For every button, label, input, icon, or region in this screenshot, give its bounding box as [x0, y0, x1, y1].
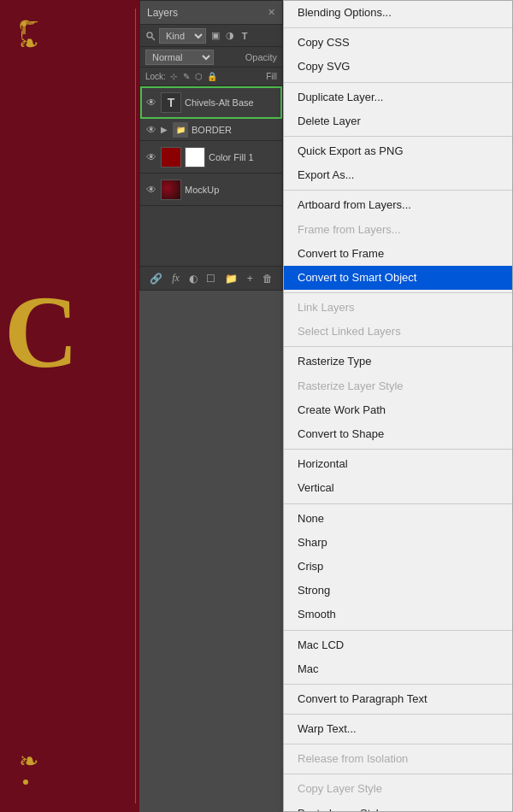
mask-icon[interactable]: ☐ [206, 273, 215, 285]
layer-visibility-colorfill[interactable]: 👁 [145, 151, 157, 163]
type-filter-icon[interactable]: T [239, 30, 251, 42]
fill-label: Fill [266, 72, 277, 81]
adjustment-filter-icon[interactable]: ◑ [224, 30, 236, 42]
layer-visibility-mockup[interactable]: 👁 [145, 184, 157, 196]
svg-text:❧: ❧ [19, 748, 38, 774]
gold-border-right-thin [135, 9, 136, 803]
menu-separator-15 [284, 292, 512, 293]
layers-panel: Layers ✕ Kind ▣ ◑ T Normal Opacity Lock:… [139, 0, 283, 291]
menu-item-artboard-from-layers---[interactable]: Artboard from Layers... [284, 193, 512, 217]
menu-item-release-from-isolation: Release from Isolation [284, 747, 512, 771]
svg-point-4 [147, 32, 152, 38]
lock-all-icon[interactable]: 🔒 [207, 72, 217, 82]
menu-separator-41 [284, 774, 512, 774]
menu-item-smooth[interactable]: Smooth [284, 603, 512, 627]
menu-item-copy-layer-style: Copy Layer Style [284, 777, 512, 801]
gold-ornament-top-left: ❧ [17, 17, 68, 68]
menu-item-none[interactable]: None [284, 507, 512, 531]
search-icon [145, 31, 156, 41]
menu-separator-37 [284, 714, 512, 715]
menu-item-create-work-path[interactable]: Create Work Path [284, 398, 512, 422]
menu-separator-39 [284, 744, 512, 744]
fx-icon[interactable]: fx [172, 272, 180, 285]
layer-thumb-mockup [161, 179, 181, 200]
layer-name-chivels: Chivels-Alt Base [185, 97, 277, 108]
layer-filter-icons: ▣ ◑ T [209, 30, 251, 42]
menu-item-crisp[interactable]: Crisp [284, 555, 512, 579]
menu-separator-35 [284, 684, 512, 685]
layer-thumb-colorfill-mask [185, 147, 205, 168]
canvas-background: ❧ C ❧ [0, 0, 139, 812]
adjustment-layer-icon[interactable]: ◐ [189, 273, 198, 285]
menu-separator-32 [284, 630, 512, 631]
menu-item-warp-text---[interactable]: Warp Text... [284, 717, 512, 741]
gold-letter-c: C [4, 274, 79, 391]
layer-visibility-border[interactable]: 👁 [145, 124, 157, 136]
menu-item-frame-from-layers---: Frame from Layers... [284, 218, 512, 242]
layers-search-bar: Kind ▣ ◑ T [140, 25, 282, 47]
menu-item-copy-svg[interactable]: Copy SVG [284, 55, 512, 79]
menu-item-copy-css[interactable]: Copy CSS [284, 31, 512, 55]
menu-item-delete-layer[interactable]: Delete Layer [284, 109, 512, 133]
menu-item-convert-to-shape[interactable]: Convert to Shape [284, 422, 512, 446]
menu-item-horizontal[interactable]: Horizontal [284, 452, 512, 476]
kind-select[interactable]: Kind [159, 28, 206, 44]
blend-mode-select[interactable]: Normal [145, 50, 214, 65]
menu-item-duplicate-layer---[interactable]: Duplicate Layer... [284, 85, 512, 109]
folder-arrow-border[interactable]: ▶ [161, 125, 168, 134]
menu-separator-26 [284, 503, 512, 504]
menu-separator-4 [284, 82, 512, 83]
lock-pixel-icon[interactable]: ✎ [181, 72, 192, 82]
menu-item-rasterize-layer-style: Rasterize Layer Style [284, 374, 512, 398]
new-layer-icon[interactable]: + [247, 273, 253, 285]
layer-name-mockup: MockUp [185, 185, 277, 195]
layers-panel-bottom: 🔗 fx ◐ ☐ 📁 + 🗑 [140, 266, 282, 290]
layer-thumb-colorfill [161, 147, 181, 168]
menu-item-vertical[interactable]: Vertical [284, 476, 512, 500]
layers-lock-row: Lock: ⊹ ✎ ⬡ 🔒 Fill [140, 68, 282, 86]
svg-line-5 [152, 37, 156, 40]
opacity-label: Opacity [245, 52, 277, 62]
layer-name-border: BORDER [192, 125, 277, 135]
lock-label: Lock: [145, 72, 166, 81]
menu-item-convert-to-frame[interactable]: Convert to Frame [284, 242, 512, 266]
menu-separator-7 [284, 136, 512, 137]
menu-item-strong[interactable]: Strong [284, 579, 512, 603]
menu-item-export-as---[interactable]: Export As... [284, 163, 512, 187]
lock-position-icon[interactable]: ⊹ [168, 72, 179, 82]
menu-item-mac-lcd[interactable]: Mac LCD [284, 633, 512, 657]
layer-item-mockup[interactable]: 👁 MockUp [140, 174, 282, 206]
delete-layer-icon[interactable]: 🗑 [262, 273, 273, 285]
menu-item-mac[interactable]: Mac [284, 657, 512, 681]
layer-item-colorfill[interactable]: 👁 Color Fill 1 [140, 141, 282, 174]
svg-text:❧: ❧ [19, 30, 38, 56]
link-layers-icon[interactable]: 🔗 [150, 273, 162, 285]
context-menu: Blending Options...Copy CSSCopy SVGDupli… [283, 0, 513, 812]
menu-item-quick-export-as-png[interactable]: Quick Export as PNG [284, 139, 512, 163]
layers-panel-header: Layers ✕ [140, 1, 282, 25]
menu-item-rasterize-type[interactable]: Rasterize Type [284, 350, 512, 374]
menu-item-paste-layer-style[interactable]: Paste Layer Style [284, 802, 512, 812]
menu-separator-18 [284, 346, 512, 347]
canvas-area: ❧ C ❧ [0, 0, 139, 812]
layers-close-button[interactable]: ✕ [268, 7, 275, 18]
layer-thumb-border: 📁 [173, 122, 188, 138]
menu-item-sharp[interactable]: Sharp [284, 531, 512, 555]
menu-item-blending-options---[interactable]: Blending Options... [284, 1, 512, 25]
menu-item-link-layers: Link Layers [284, 296, 512, 320]
lock-artboard-icon[interactable]: ⬡ [194, 72, 204, 82]
new-group-icon[interactable]: 📁 [225, 273, 238, 285]
menu-item-convert-to-smart-object[interactable]: Convert to Smart Object [284, 266, 512, 290]
layers-blend-row: Normal Opacity [140, 47, 282, 68]
layer-item-chivels[interactable]: 👁 T Chivels-Alt Base [140, 86, 282, 119]
layers-panel-title: Layers [147, 7, 178, 19]
layer-item-border[interactable]: 👁 ▶ 📁 BORDER [140, 119, 282, 141]
pixel-filter-icon[interactable]: ▣ [209, 30, 221, 42]
menu-item-select-linked-layers: Select Linked Layers [284, 320, 512, 344]
svg-point-3 [23, 780, 28, 785]
menu-item-convert-to-paragraph-text[interactable]: Convert to Paragraph Text [284, 687, 512, 711]
layer-visibility-icon[interactable]: 👁 [145, 97, 157, 109]
menu-separator-1 [284, 27, 512, 28]
menu-separator-23 [284, 449, 512, 450]
layer-thumb-text: T [161, 92, 181, 113]
